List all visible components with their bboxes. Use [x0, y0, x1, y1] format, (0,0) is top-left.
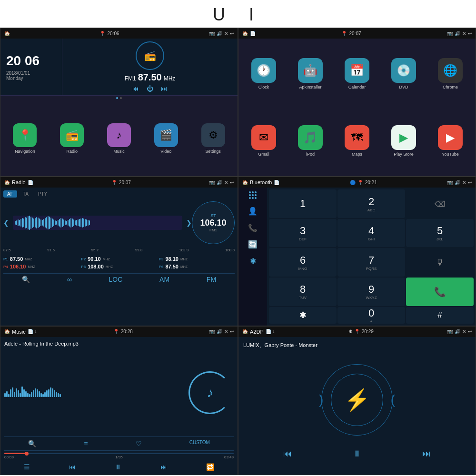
bt-symbol-icon[interactable]: ✱ — [250, 257, 256, 266]
preset-p1[interactable]: P1 87.50 MHZ — [3, 256, 79, 262]
next-btn[interactable]: ⏭ — [161, 85, 168, 92]
home-icon[interactable]: 🏠 — [4, 31, 10, 36]
dial-3[interactable]: 3 DEF — [269, 219, 337, 248]
home-icon-a2dp[interactable]: 🏠 — [242, 329, 248, 334]
home-icon-music[interactable]: 🏠 — [4, 329, 10, 334]
contact-icon[interactable]: 👤 — [248, 207, 258, 216]
home-icon-radio[interactable]: 🏠 — [4, 180, 10, 185]
back-icon-a2dp[interactable]: ↩ — [468, 329, 472, 334]
app-video[interactable]: 🎬 Video — [143, 104, 188, 172]
mic-icon: 🎙 — [436, 258, 444, 268]
a2dp-prev[interactable]: ⏮ — [283, 449, 292, 459]
app-clock[interactable]: 🕐 Clock — [242, 42, 285, 106]
dial-star[interactable]: ✱ — [269, 307, 337, 324]
app-apkinstaller[interactable]: 🤖 ApkInstaller — [289, 42, 332, 106]
dial-1[interactable]: 1 — [269, 189, 337, 218]
prev-freq-btn[interactable]: ❮ — [3, 219, 9, 227]
music-next-btn[interactable]: ⏭ — [160, 463, 167, 471]
app-settings[interactable]: ⚙ Settings — [190, 104, 236, 172]
app-gmail[interactable]: ✉ Gmail — [242, 109, 285, 173]
chrome-app-icon: 🌐 — [438, 58, 463, 83]
app-dvd[interactable]: 💿 DVD — [382, 42, 425, 106]
tab-pty[interactable]: PTY — [34, 190, 51, 198]
radio-search-btn[interactable]: 🔍 — [22, 276, 30, 283]
freq-95: 95.7 — [91, 248, 99, 252]
app-calendar[interactable]: 📅 Calendar — [336, 42, 378, 106]
next-freq-btn[interactable]: ❯ — [186, 219, 192, 227]
music-prev-btn[interactable]: ⏮ — [69, 463, 76, 471]
search-btn[interactable]: 🔍 — [28, 440, 36, 447]
music-main: ♪ — [4, 349, 234, 436]
history-icon[interactable]: 🔄 — [248, 240, 258, 249]
clock-app-label: Clock — [258, 85, 269, 89]
playlist-icon[interactable]: ☰ — [24, 463, 30, 471]
a2dp-play[interactable]: ⏸ — [353, 449, 361, 459]
preset-p2[interactable]: P2 90.10 MHZ — [81, 256, 157, 262]
app-youtube[interactable]: ▶ YouTube — [429, 109, 472, 173]
dial-letters-7: PQRS — [366, 267, 377, 271]
a2dp-next[interactable]: ⏭ — [422, 449, 431, 459]
app-music[interactable]: ♪ Music — [97, 104, 142, 172]
app-chrome[interactable]: 🌐 Chrome — [429, 42, 472, 106]
x-icon-bt[interactable]: ✕ — [462, 180, 466, 185]
like-btn[interactable]: ♡ — [136, 440, 142, 447]
x-icon[interactable]: ✕ — [224, 31, 228, 36]
dial-hash[interactable]: # — [406, 307, 474, 324]
x-icon-apps[interactable]: ✕ — [462, 31, 466, 36]
progress-thumb[interactable] — [25, 452, 29, 456]
app-playstore[interactable]: ▶ Play Store — [382, 109, 425, 173]
dial-mic[interactable]: 🎙 — [406, 248, 474, 277]
x-icon-music[interactable]: ✕ — [224, 329, 228, 334]
clock-app-icon: 🕐 — [251, 58, 276, 83]
music-circle: ♪ — [188, 371, 231, 414]
dial-num-7: 7 — [368, 254, 374, 267]
music-repeat-btn[interactable]: 🔁 — [206, 463, 214, 471]
back-icon[interactable]: ↩ — [230, 31, 234, 36]
home-icon-bt[interactable]: 🏠 — [242, 180, 248, 185]
preset-p3[interactable]: P3 98.10 MHZ — [159, 256, 235, 262]
prev-btn[interactable]: ⏮ — [132, 85, 139, 92]
dial-5[interactable]: 5 JKL — [406, 219, 474, 248]
app-navigation[interactable]: 📍 Navigation — [2, 104, 48, 172]
tab-ta[interactable]: TA — [19, 190, 32, 198]
dial-8[interactable]: 8 TUV — [269, 278, 337, 306]
back-icon-bt[interactable]: ↩ — [468, 180, 472, 185]
calendar-app-label: Calendar — [348, 85, 366, 89]
back-icon-apps[interactable]: ↩ — [468, 31, 472, 36]
app-radio[interactable]: 📻 Radio — [50, 104, 95, 172]
dial-6[interactable]: 6 MNO — [269, 248, 337, 277]
x-icon-a2dp[interactable]: ✕ — [462, 329, 466, 334]
dial-7[interactable]: 7 PQRS — [337, 248, 405, 277]
preset-p4[interactable]: P4 106.10 MHZ — [3, 264, 79, 269]
x-icon-radio[interactable]: ✕ — [224, 180, 228, 185]
app-maps[interactable]: 🗺 Maps — [336, 109, 378, 173]
dial-letters-5: JKL — [436, 237, 443, 241]
dial-2[interactable]: 2 ABC — [337, 189, 405, 218]
equalizer-btn[interactable]: ≡ — [84, 440, 88, 447]
radio-loop-btn[interactable]: ∞ — [67, 276, 72, 283]
tab-af[interactable]: AF — [3, 190, 17, 198]
dial-call-btn[interactable]: 📞 — [406, 278, 474, 306]
ipod-app-label: iPod — [306, 152, 315, 157]
progress-current: 00:09 — [4, 455, 14, 459]
radio-fm-btn[interactable]: FM — [207, 276, 216, 283]
dial-9[interactable]: 9 WXYZ — [337, 278, 405, 306]
dial-4[interactable]: 4 GHI — [337, 219, 405, 248]
settings-app-icon: ⚙ — [201, 123, 225, 147]
radio-loc-btn[interactable]: LOC — [109, 276, 122, 283]
back-icon-music[interactable]: ↩ — [230, 329, 234, 334]
preset-p5-unit: MHZ — [106, 265, 113, 268]
dial-0[interactable]: 0 + — [337, 307, 405, 324]
preset-p5[interactable]: P5 108.00 MHZ — [81, 264, 157, 269]
playstore-app-icon: ▶ — [391, 125, 416, 150]
radio-am-btn[interactable]: AM — [159, 276, 169, 283]
phone-call-icon[interactable]: 📞 — [248, 223, 258, 232]
music-play-btn[interactable]: ⏸ — [115, 463, 121, 471]
preset-p6[interactable]: P6 87.50 MHZ — [159, 264, 235, 269]
power-btn[interactable]: ⏻ — [147, 85, 153, 92]
back-icon-radio[interactable]: ↩ — [230, 180, 234, 185]
maps-app-icon: 🗺 — [345, 125, 369, 150]
app-ipod[interactable]: 🎵 iPod — [289, 109, 332, 173]
home-icon-apps[interactable]: 🏠 — [242, 31, 248, 36]
dial-delete[interactable]: ⌫ — [406, 189, 474, 218]
